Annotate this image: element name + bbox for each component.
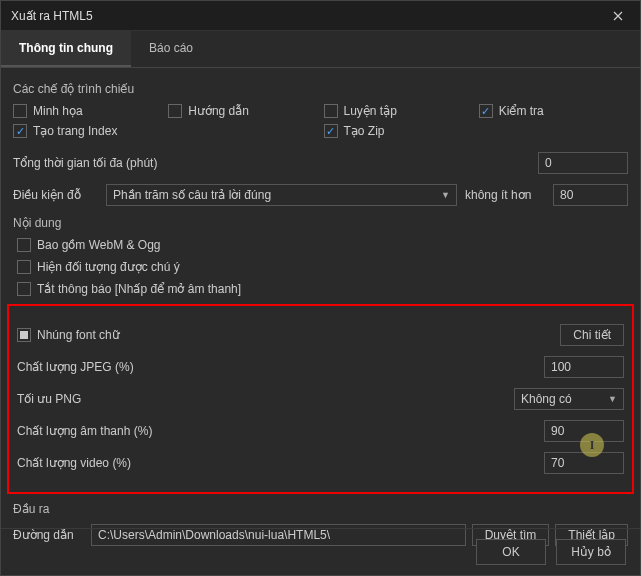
label-test[interactable]: Kiểm tra: [499, 104, 544, 118]
jpeg-quality-label: Chất lượng JPEG (%): [17, 360, 544, 374]
video-quality-spinner[interactable]: ▲▼: [544, 452, 624, 474]
export-html5-dialog: Xuất ra HTML5 Thông tin chung Báo cáo Cá…: [0, 0, 641, 576]
details-button[interactable]: Chi tiết: [560, 324, 624, 346]
pass-percent-input[interactable]: [554, 188, 641, 202]
png-opt-select[interactable]: Không có ▼: [514, 388, 624, 410]
audio-quality-spinner[interactable]: ▲▼: [544, 420, 624, 442]
close-button[interactable]: [595, 1, 640, 31]
checkbox-zip[interactable]: [324, 124, 338, 138]
output-section-label: Đầu ra: [13, 502, 628, 516]
highlight-box: Nhúng font chữ Chi tiết Chất lượng JPEG …: [7, 304, 634, 494]
label-attention[interactable]: Hiện đối tượng được chú ý: [37, 260, 180, 274]
checkbox-index[interactable]: [13, 124, 27, 138]
content-section-label: Nội dung: [13, 216, 628, 230]
video-quality-input[interactable]: [545, 456, 641, 470]
max-time-label: Tổng thời gian tối đa (phút): [13, 156, 530, 170]
tab-report[interactable]: Báo cáo: [131, 31, 211, 67]
checkbox-embed-fonts[interactable]: [17, 328, 31, 342]
checkbox-test[interactable]: [479, 104, 493, 118]
checkbox-attention[interactable]: [17, 260, 31, 274]
checkbox-tutorial[interactable]: [168, 104, 182, 118]
label-zip[interactable]: Tạo Zip: [344, 124, 385, 138]
jpeg-quality-input[interactable]: [545, 360, 641, 374]
pass-cond-label: Điều kiện đỗ: [13, 188, 98, 202]
pass-cond-select[interactable]: Phần trăm số câu trả lời đúng ▼: [106, 184, 457, 206]
label-demo[interactable]: Minh họa: [33, 104, 83, 118]
display-modes-grid: Minh họa Hướng dẫn Luyện tập Kiểm tra Tạ…: [13, 104, 628, 138]
label-index[interactable]: Tạo trang Index: [33, 124, 117, 138]
pass-percent-spinner[interactable]: ▲▼: [553, 184, 628, 206]
png-opt-label: Tối ưu PNG: [17, 392, 514, 406]
close-icon: [613, 11, 623, 21]
label-practice[interactable]: Luyện tập: [344, 104, 397, 118]
tab-general[interactable]: Thông tin chung: [1, 31, 131, 67]
audio-quality-label: Chất lượng âm thanh (%): [17, 424, 544, 438]
dialog-footer: OK Hủy bỏ: [1, 528, 640, 575]
checkbox-demo[interactable]: [13, 104, 27, 118]
chevron-down-icon: ▼: [608, 394, 617, 404]
video-quality-label: Chất lượng video (%): [17, 456, 544, 470]
cancel-button[interactable]: Hủy bỏ: [556, 539, 626, 565]
label-embed-fonts[interactable]: Nhúng font chữ: [37, 328, 120, 342]
audio-quality-input[interactable]: [545, 424, 641, 438]
tab-bar: Thông tin chung Báo cáo: [1, 31, 640, 68]
label-webm[interactable]: Bao gồm WebM & Ogg: [37, 238, 161, 252]
ok-button[interactable]: OK: [476, 539, 546, 565]
max-time-input[interactable]: [539, 156, 641, 170]
not-less-than-label: không ít hơn: [465, 188, 545, 202]
content-area: Các chế độ trình chiếu Minh họa Hướng dẫ…: [1, 68, 640, 560]
pass-cond-value: Phần trăm số câu trả lời đúng: [113, 188, 271, 202]
jpeg-quality-spinner[interactable]: ▲▼: [544, 356, 624, 378]
checkbox-webm[interactable]: [17, 238, 31, 252]
chevron-down-icon: ▼: [441, 190, 450, 200]
display-modes-label: Các chế độ trình chiếu: [13, 82, 628, 96]
max-time-spinner[interactable]: ▲▼: [538, 152, 628, 174]
label-tutorial[interactable]: Hướng dẫn: [188, 104, 249, 118]
titlebar: Xuất ra HTML5: [1, 1, 640, 31]
dialog-title: Xuất ra HTML5: [11, 9, 93, 23]
png-opt-value: Không có: [521, 392, 572, 406]
checkbox-notifications[interactable]: [17, 282, 31, 296]
label-notifications[interactable]: Tắt thông báo [Nhấp để mở âm thanh]: [37, 282, 241, 296]
checkbox-practice[interactable]: [324, 104, 338, 118]
